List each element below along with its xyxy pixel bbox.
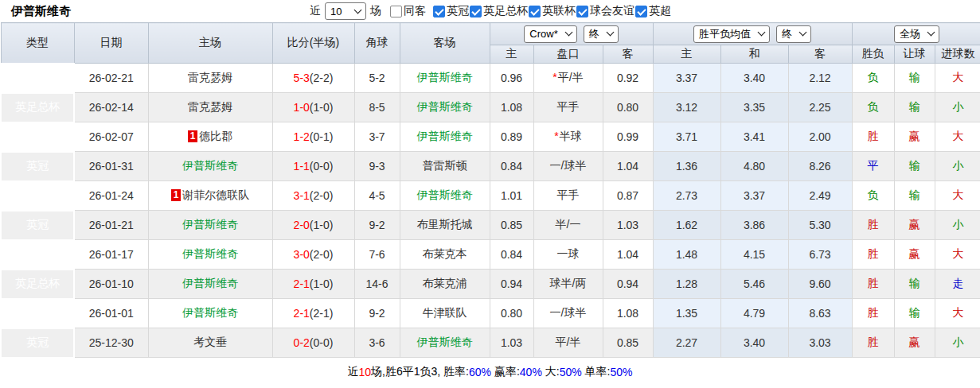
home-team-name: 雷克瑟姆 (188, 100, 232, 113)
handicap: 平/半 (533, 328, 603, 358)
corners: 9-3 (354, 152, 400, 181)
avg-draw-odds: 4.80 (720, 152, 788, 181)
league-filter[interactable]: 英足总杯 (470, 4, 528, 18)
league-filter[interactable]: 英超 (635, 4, 671, 18)
col-header-score: 比分(半场) (272, 23, 354, 64)
league-filter[interactable]: 英冠 (433, 4, 469, 18)
result-goals: 大 (935, 64, 980, 93)
league-filter[interactable]: 英联杯 (529, 4, 576, 18)
handicap-name: 平/半 (558, 71, 584, 83)
corners: 9-2 (354, 211, 400, 240)
handicap-name: 平手 (557, 100, 580, 113)
col-header-type: 类型 (1, 23, 74, 64)
avg-state-value: 终 (782, 27, 792, 41)
halftime-score: (2-0) (310, 189, 334, 202)
league-filter-checkbox[interactable] (470, 6, 482, 17)
handicap-name: 半/一 (556, 218, 581, 231)
home-team: 1德比郡 (148, 122, 272, 152)
avg-win-odds: 3.71 (653, 122, 720, 152)
match-score: 5-3(2-2) (272, 64, 354, 93)
match-count-select[interactable]: 10 (325, 2, 366, 20)
match-score: 0-2(0-0) (272, 328, 354, 358)
league-badge: 英冠 (1, 181, 74, 211)
corners: 9-2 (354, 299, 400, 328)
halftime-score: (1-0) (310, 277, 334, 290)
avg-draw-odds: 3.86 (720, 211, 788, 240)
avg-state-select[interactable]: 终 (776, 25, 811, 43)
league-filter-checkbox[interactable] (529, 6, 541, 17)
scope-select[interactable]: 全场 (894, 25, 939, 43)
result-outcome: 胜 (852, 211, 894, 240)
home-team: 伊普斯维奇 (148, 240, 272, 270)
away-team: 伊普斯维奇 (400, 93, 490, 122)
match-date: 25-12-30 (74, 328, 148, 358)
result-handicap: 赢 (894, 240, 935, 270)
avg-odds-select[interactable]: 胜平负均值 (693, 25, 770, 43)
league-badge: 英冠 (1, 122, 74, 152)
col-header-corners: 角球 (354, 23, 400, 64)
avg-win-odds: 1.35 (653, 299, 720, 328)
corners: 8-5 (354, 93, 400, 122)
result-goals: 小 (935, 152, 980, 181)
match-score: 3-0(2-0) (272, 240, 354, 270)
league-badge: 英足总杯 (1, 270, 74, 299)
handicap-name: 球半/两 (550, 277, 587, 289)
same-away-filter[interactable]: 同客 (390, 4, 426, 18)
avg-lose-odds: 2.00 (788, 122, 852, 152)
home-team: 考文垂 (148, 328, 272, 358)
corners: 4-5 (354, 181, 400, 211)
same-away-checkbox[interactable] (390, 6, 402, 17)
away-team: 伊普斯维奇 (400, 181, 490, 211)
home-team: 伊普斯维奇 (148, 211, 272, 240)
avg-win-odds: 3.12 (653, 93, 720, 122)
league-filter-checkbox[interactable] (635, 6, 647, 17)
odds-away: 1.04 (603, 240, 653, 270)
odds-home: 0.84 (490, 152, 533, 181)
odds-state-value: 终 (589, 27, 599, 41)
chevron-down-icon (354, 6, 362, 14)
odds-away: 0.99 (603, 122, 653, 152)
summary-seg1: 近 (348, 365, 359, 379)
league-filter-label: 英冠 (447, 4, 469, 18)
home-team-name: 考文垂 (193, 336, 227, 348)
fulltime-score: 5-3 (294, 72, 310, 84)
subheader-handicap-result: 让球 (894, 45, 935, 64)
col-header-home: 主场 (148, 23, 272, 64)
odds-home: 1.08 (490, 93, 533, 122)
result-outcome: 胜 (852, 328, 894, 358)
result-handicap: 输 (894, 93, 935, 122)
fulltime-score: 2-0 (294, 219, 310, 231)
summary-line: 近10场,胜6平1负3, 胜率:60% 赢率:40% 大:50% 单率:50% (0, 359, 980, 386)
subheader-avg-lose: 客 (788, 45, 852, 64)
handicap: 一/球半 (533, 299, 603, 328)
home-rank-badge: 1 (171, 189, 182, 201)
halftime-score: (2-0) (310, 248, 334, 261)
handicap-star: * (552, 71, 556, 83)
subheader-avg-win: 主 (653, 45, 720, 64)
match-date: 26-01-01 (74, 299, 148, 328)
league-filter-checkbox[interactable] (433, 6, 445, 17)
avg-lose-odds: 3.03 (788, 328, 852, 358)
avg-odds-value: 胜平负均值 (699, 27, 751, 41)
league-filter-checkbox[interactable] (576, 6, 588, 17)
away-team: 布莱克本 (400, 240, 490, 270)
odds-state-select[interactable]: 终 (584, 25, 619, 43)
corners: 14-6 (354, 270, 400, 299)
bookmaker-select[interactable]: Crow* (524, 25, 576, 43)
avg-draw-odds: 4.15 (720, 240, 788, 270)
avg-draw-odds: 3.40 (720, 64, 788, 93)
odds-away: 0.80 (603, 93, 653, 122)
result-outcome: 负 (852, 181, 894, 211)
fulltime-score: 0-2 (294, 336, 310, 349)
avg-lose-odds: 8.26 (788, 152, 852, 181)
odds-away: 0.87 (603, 181, 653, 211)
result-outcome: 负 (852, 93, 894, 122)
avg-win-odds: 1.62 (653, 211, 720, 240)
handicap-name: 一/球半 (550, 306, 587, 319)
league-filter[interactable]: 球会友谊 (576, 4, 634, 18)
result-handicap: 输 (894, 270, 935, 299)
result-goals: 大 (935, 299, 980, 328)
odds-away: 0.92 (603, 64, 653, 93)
subheader-avg-draw: 和 (720, 45, 788, 64)
avg-draw-odds: 3.35 (720, 93, 788, 122)
